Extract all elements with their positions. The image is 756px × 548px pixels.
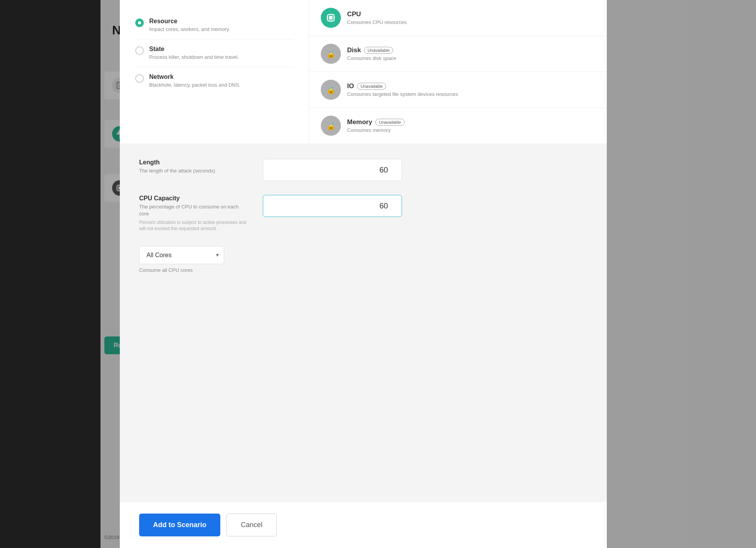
modal-dialog: Resource Impact cores, workers, and memo… xyxy=(120,0,607,548)
lock-icon-disk: 🔒 xyxy=(326,49,336,58)
resource-desc-cpu: Consumes CPU resources xyxy=(347,19,595,25)
cores-description: Consume all CPU cores xyxy=(139,267,278,273)
length-config-row: Length The length of the attack (seconds… xyxy=(139,159,587,181)
modal-top-section: Resource Impact cores, workers, and memo… xyxy=(120,0,607,143)
cores-select-wrapper-outer: All Cores ▾ Consume all CPU cores xyxy=(139,246,278,273)
category-desc-state: Process killer, shutdown and time travel… xyxy=(149,54,239,61)
add-to-scenario-button[interactable]: Add to Scenario xyxy=(139,514,220,536)
category-title-resource: Resource xyxy=(149,18,230,25)
cores-select[interactable]: All Cores xyxy=(139,246,224,264)
resource-types-panel: CPU Consumes CPU resources 🔒 Disk Unavai… xyxy=(309,0,607,143)
length-input-wrapper xyxy=(263,159,402,181)
length-label: Length The length of the attack (seconds… xyxy=(139,159,247,174)
resource-desc-memory: Consumes memory xyxy=(347,127,595,133)
category-text-resource: Resource Impact cores, workers, and memo… xyxy=(149,18,230,33)
cpu-capacity-input[interactable] xyxy=(263,195,402,217)
cancel-button[interactable]: Cancel xyxy=(226,514,277,536)
unavailable-badge-disk: Unavailable xyxy=(364,47,393,54)
resource-name-disk: Disk Unavailable xyxy=(347,46,595,54)
length-description: The length of the attack (seconds) xyxy=(139,167,247,174)
category-item-resource[interactable]: Resource Impact cores, workers, and memo… xyxy=(135,12,293,39)
cpu-capacity-title: CPU Capacity xyxy=(139,195,247,202)
lock-icon-memory: 🔒 xyxy=(326,121,336,130)
resource-icon-cpu xyxy=(321,8,341,28)
resource-name-memory: Memory Unavailable xyxy=(347,118,595,126)
cpu-icon xyxy=(325,12,336,23)
svg-rect-20 xyxy=(329,16,332,19)
resource-text-io: IO Unavailable Consumes targeted file sy… xyxy=(347,82,595,97)
category-title-state: State xyxy=(149,46,239,53)
resource-desc-disk: Consumes disk space xyxy=(347,55,595,61)
resource-icon-io: 🔒 xyxy=(321,80,341,100)
category-desc-resource: Impact cores, workers, and memory. xyxy=(149,26,230,33)
cores-select-wrapper: All Cores ▾ xyxy=(139,246,224,264)
unavailable-badge-io: Unavailable xyxy=(357,83,386,90)
category-title-network: Network xyxy=(149,73,240,80)
category-item-state[interactable]: State Process killer, shutdown and time … xyxy=(135,39,293,67)
resource-item-io[interactable]: 🔒 IO Unavailable Consumes targeted file … xyxy=(309,72,607,108)
resource-name-cpu: CPU xyxy=(347,10,595,18)
cpu-capacity-label: CPU Capacity The percentage of CPU to co… xyxy=(139,195,247,232)
resource-text-memory: Memory Unavailable Consumes memory xyxy=(347,118,595,133)
unavailable-badge-memory: Unavailable xyxy=(375,119,404,126)
resource-icon-disk: 🔒 xyxy=(321,44,341,64)
resource-icon-memory: 🔒 xyxy=(321,116,341,136)
category-text-state: State Process killer, shutdown and time … xyxy=(149,46,239,61)
cpu-capacity-description: The percentage of CPU to consume on each… xyxy=(139,203,247,217)
resource-name-io: IO Unavailable xyxy=(347,82,595,90)
resource-text-disk: Disk Unavailable Consumes disk space xyxy=(347,46,595,61)
cpu-capacity-config-row: CPU Capacity The percentage of CPU to co… xyxy=(139,195,587,232)
modal-actions: Add to Scenario Cancel xyxy=(120,502,607,548)
length-title: Length xyxy=(139,159,247,166)
config-section: Length The length of the attack (seconds… xyxy=(120,143,607,502)
resource-item-cpu[interactable]: CPU Consumes CPU resources xyxy=(309,0,607,36)
resource-text-cpu: CPU Consumes CPU resources xyxy=(347,10,595,25)
radio-resource[interactable] xyxy=(135,19,144,27)
resource-desc-io: Consumes targeted file system devices re… xyxy=(347,91,595,97)
radio-state[interactable] xyxy=(135,46,144,55)
cpu-capacity-note: Percent utilization is subject to active… xyxy=(139,220,247,232)
resource-item-memory[interactable]: 🔒 Memory Unavailable Consumes memory xyxy=(309,108,607,143)
attack-categories-panel: Resource Impact cores, workers, and memo… xyxy=(120,0,309,143)
cpu-capacity-input-wrapper xyxy=(263,195,402,217)
radio-network[interactable] xyxy=(135,74,144,83)
category-item-network[interactable]: Network Blackhole, latency, packet loss … xyxy=(135,67,293,95)
resource-item-disk[interactable]: 🔒 Disk Unavailable Consumes disk space xyxy=(309,36,607,72)
cores-config-row: All Cores ▾ Consume all CPU cores xyxy=(139,246,587,273)
lock-icon-io: 🔒 xyxy=(326,85,336,94)
length-input[interactable] xyxy=(263,159,402,181)
category-desc-network: Blackhole, latency, packet loss and DNS. xyxy=(149,82,240,89)
category-text-network: Network Blackhole, latency, packet loss … xyxy=(149,73,240,89)
